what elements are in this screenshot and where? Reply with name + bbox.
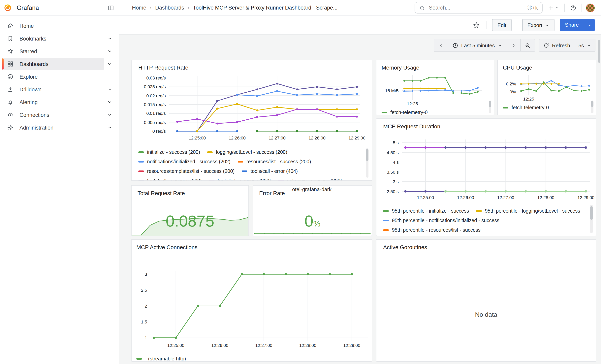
time-range-picker[interactable]: Last 5 minutes — [448, 39, 506, 51]
y-axis-tick-label: 1 — [145, 335, 147, 341]
share-menu-button[interactable] — [584, 19, 595, 31]
legend-item[interactable]: 95th percentile - logging/setLevel - suc… — [476, 208, 580, 214]
panel-title[interactable]: HTTP Request Rate — [138, 64, 365, 71]
legend-item[interactable]: fetch-telemetry-0 — [381, 110, 428, 115]
sidebar-item-alerting[interactable]: Alerting — [3, 96, 104, 108]
sidebar-item-drilldown[interactable]: Drilldown — [3, 83, 104, 96]
chevron-down-icon[interactable] — [104, 62, 116, 66]
panel-total-request-rate: Total Request Rate 0.0875 — [131, 185, 249, 236]
legend-item[interactable]: 95th percentile - resources/list - succe… — [383, 227, 481, 233]
search-input[interactable] — [428, 4, 524, 11]
stat-value: 0% — [253, 212, 372, 232]
zoom-out-button[interactable] — [520, 39, 534, 51]
topnav-actions: ⌘+k — [415, 2, 595, 13]
sidebar-item-starred[interactable]: Starred — [3, 45, 104, 58]
panel-title[interactable]: MCP Active Connections — [136, 244, 367, 251]
page-scrollbar[interactable] — [598, 40, 600, 63]
sidebar-item-label: Explore — [20, 74, 38, 80]
chevron-down-icon[interactable] — [104, 87, 116, 92]
breadcrumb: Home › Dashboards › ToolHive MCP Server … — [132, 5, 338, 11]
sidebar-item-label: Administration — [20, 125, 53, 130]
time-shift-back-button[interactable] — [434, 39, 448, 51]
panel-title[interactable]: Memory Usage — [381, 64, 489, 71]
search-icon — [419, 5, 425, 10]
legend-scrollbar[interactable] — [591, 100, 593, 113]
chevron-down-icon[interactable] — [104, 112, 116, 117]
gear-icon — [7, 124, 13, 131]
legend-label: tools/list - success (200) — [218, 178, 271, 181]
cpu-usage-chart: 0.2%0% 12:25 fetch-telemetry-0 — [503, 75, 591, 112]
plot-area[interactable] — [151, 271, 368, 341]
chevron-down-icon — [587, 23, 592, 27]
plot-area[interactable] — [169, 76, 360, 134]
legend-swatch — [238, 161, 243, 163]
legend-item[interactable]: resources/list - success (200) — [238, 159, 311, 165]
favorite-star-button[interactable] — [472, 20, 481, 30]
legend-swatch — [138, 161, 144, 163]
legend-item[interactable]: 95th percentile - initialize - success — [383, 208, 469, 214]
plot-area[interactable] — [520, 75, 591, 95]
sidebar-nav: Home Bookmarks Starred — [0, 16, 119, 138]
sidebar-item-administration[interactable]: Administration — [3, 121, 104, 134]
sidebar-item-explore[interactable]: Explore — [3, 70, 116, 83]
legend-row: fetch-telemetry-0 — [381, 108, 489, 115]
search-box[interactable]: ⌘+k — [415, 2, 542, 13]
refresh-interval-picker[interactable]: 5s — [574, 39, 595, 51]
legend-item[interactable]: 95th percentile - notifications/initiali… — [383, 218, 500, 223]
panel-title[interactable]: Active Goroutines — [383, 244, 589, 251]
plot-area[interactable] — [402, 139, 590, 194]
sidebar-item-dashboards[interactable]: Dashboards — [3, 58, 104, 70]
legend-item[interactable]: fetch-telemetry-0 — [503, 105, 549, 110]
share-button[interactable]: Share — [560, 19, 584, 31]
chevron-down-icon[interactable] — [104, 49, 116, 54]
legend-row: tools/call - success (200)tools/list - s… — [138, 176, 365, 181]
edit-button[interactable]: Edit — [492, 19, 511, 31]
chevron-down-icon[interactable] — [104, 125, 116, 130]
sidebar-item-home[interactable]: Home — [3, 20, 116, 32]
clock-icon — [452, 42, 458, 48]
legend-item[interactable]: unknown - success (200) — [278, 178, 342, 181]
legend-item[interactable]: logging/setLevel - success (200) — [207, 149, 287, 155]
legend-row: 95th percentile - notifications/initiali… — [383, 216, 589, 225]
sidebar-item-bookmarks[interactable]: Bookmarks — [3, 32, 104, 45]
refresh-button[interactable]: Refresh — [539, 39, 574, 51]
mcp-request-duration-chart: 5 s4.50 s4 s3.50 s3 s2.50 s 12:25:0012:2… — [383, 139, 589, 236]
share-split-button: Share — [560, 19, 595, 31]
panel-http-request-rate: HTTP Request Rate 0.03 req/s0.025 req/s0… — [131, 59, 372, 181]
legend-item[interactable]: resources/templates/list - success (200) — [138, 168, 234, 174]
legend-item[interactable]: tools/list - success (200) — [209, 178, 271, 181]
help-button[interactable] — [569, 3, 578, 12]
legend-item[interactable]: - (streamable-http) — [136, 356, 186, 362]
breadcrumb-home[interactable]: Home — [132, 5, 146, 11]
legend-item[interactable]: tools/call - success (200) — [138, 178, 202, 181]
y-axis-tick-label: 0.005 req/s — [144, 119, 166, 125]
x-axis-tick-label: 12:28:00 — [306, 136, 328, 140]
export-button[interactable]: Export — [522, 19, 554, 31]
chevron-down-icon — [545, 23, 550, 27]
chevron-down-icon[interactable] — [104, 100, 116, 105]
panel-title[interactable]: Total Request Rate — [138, 189, 242, 197]
panel-title[interactable]: MCP Request Duration — [383, 123, 589, 130]
legend-scrollbar[interactable] — [590, 205, 593, 233]
legend-item[interactable]: initialize - success (200) — [138, 149, 200, 155]
legend-item[interactable]: tools/call - error (404) — [242, 168, 298, 174]
panel-title[interactable]: CPU Usage — [503, 64, 591, 71]
sidebar-toggle-icon[interactable] — [108, 5, 114, 11]
legend-label: 95th percentile - resources/list - succe… — [392, 227, 481, 233]
divider — [487, 21, 487, 30]
x-axis: 12:25 — [503, 95, 591, 103]
breadcrumb-dashboards[interactable]: Dashboards — [155, 5, 184, 11]
x-axis-tick-label: 12:27:00 — [494, 195, 517, 200]
top-navigation-bar: Home › Dashboards › ToolHive MCP Server … — [119, 0, 601, 16]
chevron-down-icon[interactable] — [104, 36, 116, 41]
legend-item[interactable]: notifications/initialized - success (202… — [138, 159, 230, 165]
avatar[interactable] — [586, 3, 595, 12]
sidebar-item-connections[interactable]: Connections — [3, 108, 104, 121]
legend-row: notifications/initialized - success (202… — [138, 157, 365, 167]
plot-area[interactable] — [402, 75, 482, 100]
legend-scrollbar[interactable] — [489, 100, 491, 113]
y-axis-tick-label: 3 s — [393, 179, 399, 184]
time-shift-forward-button[interactable] — [506, 39, 520, 51]
add-new-button[interactable] — [547, 3, 561, 12]
legend-scrollbar[interactable] — [366, 148, 369, 178]
